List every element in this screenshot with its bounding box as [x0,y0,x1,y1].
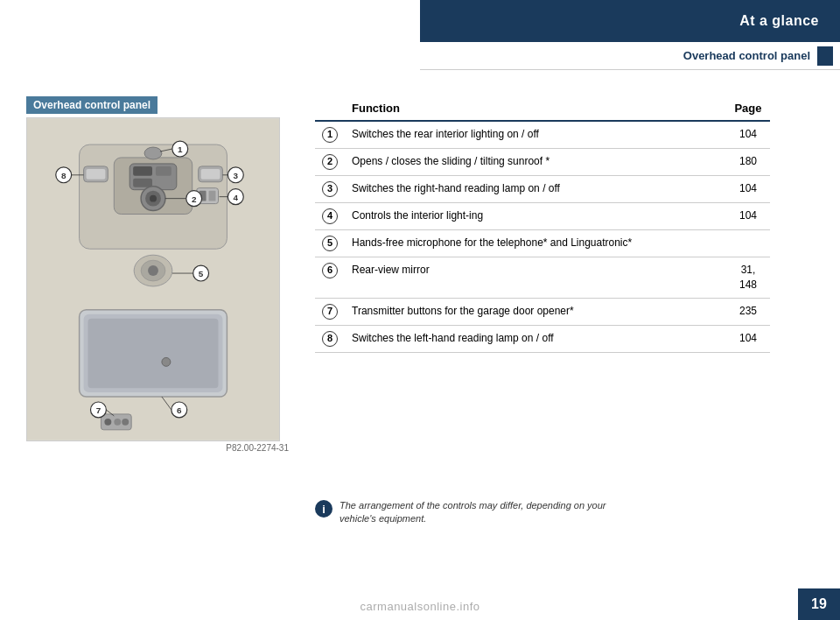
row-num-2: 2 [315,149,345,176]
sub-header-title: Overhead control panel [683,49,810,62]
circle-number: 6 [322,263,338,278]
row-num-5: 5 [315,230,345,257]
circle-number: 5 [322,236,338,251]
table-row: 3Switches the right-hand reading lamp on… [315,176,770,203]
circle-number: 7 [322,304,338,320]
circle-number: 3 [322,181,338,197]
note-icon: i [315,500,332,518]
svg-rect-12 [87,169,106,180]
row-page-3: 104 [726,176,770,203]
row-page-1: 104 [726,121,770,149]
row-function-6: Rear-view mirror [345,257,726,299]
watermark: carmanualsonline.info [360,600,480,613]
header-bar: At a glance [420,0,840,42]
row-function-5: Hands-free microphone for the telephone*… [345,230,726,257]
svg-rect-14 [201,169,220,180]
svg-text:3: 3 [234,171,239,180]
svg-text:4: 4 [234,193,239,202]
svg-text:1: 1 [178,144,183,154]
col-header-page: Page [726,96,770,121]
svg-rect-6 [133,179,152,187]
svg-text:6: 6 [177,405,182,415]
note-text: The arrangement of the controls may diff… [340,499,630,526]
overhead-control-image: 1 2 3 4 5 6 7 [26,117,280,441]
circle-number: 4 [322,208,338,224]
svg-text:5: 5 [199,269,204,278]
table-row: 7Transmitter buttons for the garage door… [315,298,770,325]
page-badge: 19 [798,588,840,620]
circle-number: 2 [322,154,338,170]
table-row: 5Hands-free microphone for the telephone… [315,230,770,257]
svg-rect-4 [133,166,152,176]
row-function-3: Switches the right-hand reading lamp on … [345,176,726,203]
right-panel: Function Page 1Switches the rear interio… [315,96,770,353]
svg-rect-24 [88,319,219,388]
table-row: 4Controls the interior light-ing104 [315,203,770,230]
row-num-7: 7 [315,298,345,325]
row-page-4: 104 [726,203,770,230]
row-page-2: 180 [726,149,770,176]
row-num-3: 3 [315,176,345,203]
row-num-6: 6 [315,257,345,299]
svg-point-15 [144,147,162,159]
image-caption: P82.00-2274-31 [26,443,289,453]
svg-point-27 [104,419,111,426]
svg-text:8: 8 [61,171,66,180]
function-table: Function Page 1Switches the rear interio… [315,96,770,353]
row-function-8: Switches the left-hand reading lamp on /… [345,325,726,352]
row-page-7: 235 [726,298,770,325]
left-panel: Overhead control panel [26,96,289,453]
row-num-1: 1 [315,121,345,149]
table-row: 2Opens / closes the sliding / tilting su… [315,149,770,176]
svg-point-29 [122,419,129,426]
sub-header-accent-block [817,46,833,66]
row-function-7: Transmitter buttons for the garage door … [345,298,726,325]
circle-number: 1 [322,127,338,143]
col-header-function: Function [345,96,726,121]
svg-rect-18 [209,191,216,201]
svg-text:7: 7 [96,405,102,415]
row-function-4: Controls the interior light-ing [345,203,726,230]
circle-number: 8 [322,331,338,347]
col-header-num [315,96,345,121]
row-page-5 [726,230,770,257]
table-row: 8Switches the left-hand reading lamp on … [315,325,770,352]
row-num-4: 4 [315,203,345,230]
row-function-2: Opens / closes the sliding / tilting sun… [345,149,726,176]
row-page-6: 31, 148 [726,257,770,299]
header-title: At a glance [739,13,819,29]
table-row: 6Rear-view mirror31, 148 [315,257,770,299]
row-page-8: 104 [726,325,770,352]
svg-point-28 [114,419,121,426]
svg-text:2: 2 [192,194,197,204]
svg-point-10 [150,195,157,202]
row-function-1: Switches the rear interior lighting on /… [345,121,726,149]
svg-rect-7 [156,179,172,187]
svg-point-21 [148,265,158,276]
row-num-8: 8 [315,325,345,352]
svg-point-25 [162,357,171,366]
table-row: 1Switches the rear interior lighting on … [315,121,770,149]
note-section: i The arrangement of the controls may di… [315,499,630,526]
svg-rect-5 [156,166,172,176]
sub-header: Overhead control panel [420,42,840,70]
image-label: Overhead control panel [26,96,158,114]
